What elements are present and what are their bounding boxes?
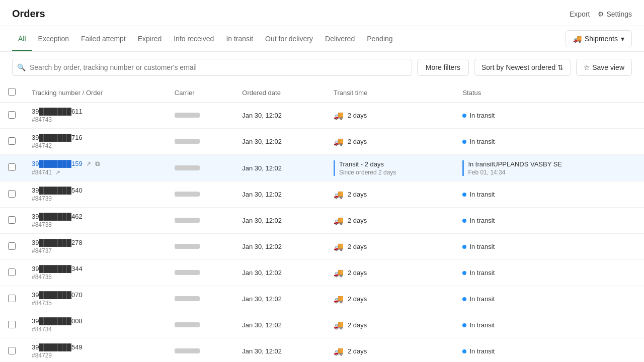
row-checkbox-cell [0,312,24,338]
copy-icon[interactable]: ⧉ [95,160,100,167]
status-dot [462,193,466,197]
tab-info-received[interactable]: Info received [168,28,220,51]
tracking-cell: 39███████540 #84739 [24,182,167,208]
transit-days: 2 days [348,347,367,355]
export-button[interactable]: Export [570,10,590,18]
settings-button[interactable]: ⚙ Settings [598,10,632,18]
ordered-date-cell: Jan 30, 12:02 [234,286,326,312]
status-dot [462,349,466,353]
carrier-cell [167,129,234,155]
carrier-bar [175,244,200,249]
tracking-link[interactable]: 39███████159 [32,160,83,167]
carrier-cell [167,155,234,182]
status-text: In transit [469,138,495,145]
tab-pending[interactable]: Pending [361,28,398,51]
order-external-link-icon[interactable]: ↗ [55,169,60,176]
order-number: #84743 [32,116,158,123]
save-view-button[interactable]: ☆ Save view [576,59,632,76]
row-checkbox[interactable] [8,111,16,119]
status-text: In transit [469,269,495,277]
carrier-bar [175,192,200,197]
ordered-date-cell: Jan 30, 12:02 [234,234,326,260]
row-checkbox[interactable] [8,137,16,145]
truck-icon: 🚚 [334,190,344,199]
row-checkbox[interactable] [8,295,16,302]
ordered-date: Jan 30, 12:02 [242,347,282,355]
row-checkbox-cell [0,286,24,312]
table-row: 39███████462 #84738Jan 30, 12:02 🚚 2 day… [0,208,644,234]
sort-button[interactable]: Sort by Newest ordered ⇅ [474,59,571,76]
transit-time-cell: 🚚 2 days [326,103,454,129]
ordered-date-cell: Jan 30, 12:02 [234,208,326,234]
row-checkbox[interactable] [8,347,16,354]
more-filters-button[interactable]: More filters [417,59,469,76]
tracking-cell: 39███████549 #84729 [24,338,167,363]
transit-days: 2 days [348,295,367,303]
search-input[interactable] [12,59,412,76]
search-container: 🔍 [12,59,412,76]
status-indicator: In transit [462,217,636,224]
tab-exception[interactable]: Exception [32,28,75,51]
row-checkbox[interactable] [8,190,16,198]
tracking-number: 39███████540 [32,187,158,194]
table-row: 39███████278 #84737Jan 30, 12:02 🚚 2 day… [0,234,644,260]
tab-in-transit[interactable]: In transit [220,28,259,51]
tracking-cell: 39███████070 #84735 [24,286,167,312]
tracking-number: 39███████549 [32,343,158,351]
external-link-icon[interactable]: ↗ [86,160,91,167]
sort-arrows-icon: ⇅ [557,63,564,71]
transit-time-cell: 🚚 2 days [326,286,454,312]
chevron-down-icon: ▾ [621,35,624,43]
row-checkbox[interactable] [8,216,16,224]
tracking-number: 39███████008 [32,317,158,325]
truck-icon: 🚚 [334,268,344,278]
transit-cell: 🚚 2 days [334,294,446,304]
transit-days: 2 days [348,321,367,329]
tab-all[interactable]: All [12,28,32,51]
tab-expired[interactable]: Expired [132,28,168,51]
carrier-cell [167,234,234,260]
row-checkbox-cell [0,155,24,182]
tracking-number: 39███████462 [32,213,158,220]
status-cell: In transitUPPLANDS VASBY SE Feb 01, 14:3… [454,155,644,182]
select-all-checkbox[interactable] [8,88,16,96]
tab-out-for-delivery[interactable]: Out for delivery [259,28,319,51]
carrier-bar [175,322,200,327]
row-checkbox[interactable] [8,268,16,276]
transit-time-cell: 🚚 2 days [326,338,454,363]
tab-delivered[interactable]: Delivered [319,28,361,51]
row-checkbox[interactable] [8,321,16,328]
carrier-bar [175,296,200,301]
shipments-button[interactable]: 🚚 Shipments ▾ [566,30,632,47]
tracking-cell: 39███████159 ↗ ⧉ #84741 ↗ [24,155,167,182]
transit-detail: Transit - 2 days Since ordered 2 days [334,160,446,176]
status-cell: In transit [454,182,644,208]
table-row: 39███████716 #84742Jan 30, 12:02 🚚 2 day… [0,129,644,155]
transit-days: 2 days [348,269,367,277]
status-indicator: In transit [462,295,636,303]
order-link[interactable]: #84741 [32,169,52,176]
truck-icon: 🚚 [334,346,344,356]
transit-time-cell: 🚚 2 days [326,129,454,155]
ordered-date: Jan 30, 12:02 [242,138,282,145]
status-cell: In transit [454,312,644,338]
transit-days: 2 days [348,191,367,198]
tab-failed-attempt[interactable]: Failed attempt [75,28,132,51]
truck-icon: 🚚 [334,216,344,225]
transit-days: 2 days [348,243,367,250]
order-number: #84736 [32,274,158,281]
status-indicator: In transit [462,269,636,277]
status-text: In transit [469,217,495,224]
transit-detail-sub: Since ordered 2 days [339,169,446,176]
ordered-date: Jan 30, 12:02 [242,269,282,277]
transit-time-cell: 🚚 2 days [326,260,454,286]
carrier-bar [175,218,200,223]
status-text: In transit [469,191,495,198]
row-checkbox[interactable] [8,242,16,250]
carrier-bar [175,139,200,144]
ordered-date-cell: Jan 30, 12:02 [234,103,326,129]
transit-cell: 🚚 2 days [334,320,446,330]
tracking-cell: 39███████008 #84734 [24,312,167,338]
row-checkbox[interactable] [8,163,16,171]
transit-days: 2 days [348,217,367,224]
